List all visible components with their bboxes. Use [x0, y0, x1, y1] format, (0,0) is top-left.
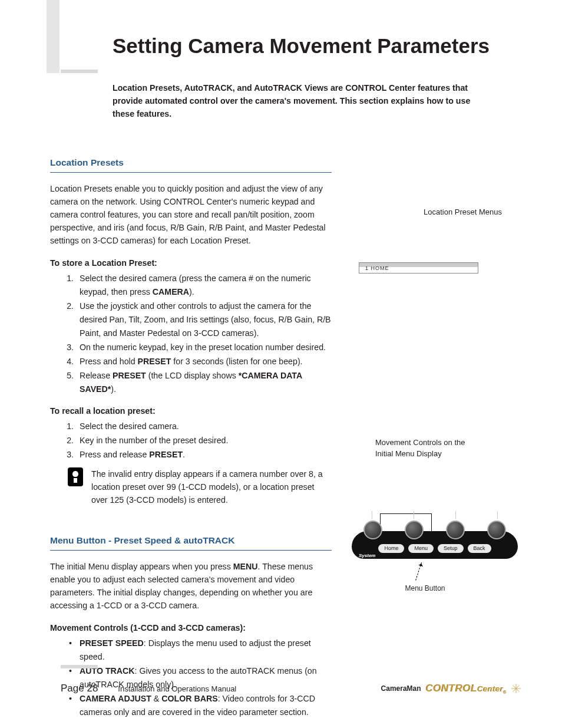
page-number: Page 28: [61, 683, 98, 694]
star-icon: [511, 684, 521, 693]
menu-button-label: Menu Button: [329, 584, 521, 594]
arrow-icon: [415, 562, 422, 581]
caption-movement-controls: Movement Controls on the Initial Menu Di…: [375, 437, 521, 460]
store-step-2: Use the joystick and other controls to a…: [76, 299, 332, 340]
lightbulb-icon: [68, 467, 83, 486]
mc-item-1: PRESET SPEED: Displays the menu used to …: [76, 637, 332, 664]
mc-item-3: CAMERA ADJUST & COLOR BARS: Video contro…: [76, 692, 332, 719]
page-title: Setting Camera Movement Parameters: [113, 34, 521, 58]
logo-control-center: CONTROLCenter®: [426, 683, 507, 694]
device-button-4: [487, 521, 506, 539]
store-step-5: Release PRESET (the LCD display shows *C…: [76, 369, 332, 396]
gutter-shade: [47, 0, 59, 73]
movement-controls-list: PRESET SPEED: Displays the menu used to …: [50, 637, 332, 719]
recall-steps: Select the desired camera. Key in the nu…: [50, 420, 332, 462]
store-step-3: On the numeric keypad, key in the preset…: [76, 341, 332, 354]
device-button-2: [405, 521, 424, 539]
menu-para: The initial Menu display appears when yo…: [50, 560, 332, 612]
rule-top: [61, 70, 98, 73]
rule-bottom: [61, 665, 98, 668]
recall-step-3: Press and release PRESET.: [76, 448, 332, 462]
logo-cameraman: CameraMan: [381, 684, 421, 693]
section-menu-button: Menu Button - Preset Speed & autoTRACK: [50, 533, 332, 551]
pill-back: Back: [468, 544, 491, 553]
pill-setup: Setup: [438, 544, 464, 553]
recall-heading: To recall a location preset:: [50, 404, 332, 417]
intro-text: Location Presets, AutoTRACK, and AutoTRA…: [113, 81, 471, 120]
device-button-1: [363, 521, 382, 539]
movement-controls-heading: Movement Controls (1-CCD and 3-CCD camer…: [50, 621, 332, 634]
footer-title: Installation and Operations Manual: [118, 684, 236, 693]
store-step-4: Press and hold PRESET for 3 seconds (lis…: [76, 355, 332, 368]
pill-home: Home: [378, 544, 404, 553]
note-text: The invalid entry display appears if a c…: [91, 467, 332, 506]
recall-step-1: Select the desired camera.: [76, 420, 332, 433]
lcd-display: 1 HOME: [359, 262, 478, 274]
store-heading: To store a Location Preset:: [50, 256, 332, 269]
system-control-label: SystemControl: [359, 554, 375, 564]
device-button-3: [446, 521, 465, 539]
store-steps: Select the desired camera (press the cam…: [50, 272, 332, 396]
recall-step-2: Key in the number of the preset desired.: [76, 434, 332, 447]
store-step-1: Select the desired camera (press the cam…: [76, 272, 332, 299]
footer-logo: CameraMan CONTROLCenter®: [381, 683, 521, 694]
location-presets-para: Location Presets enable you to quickly p…: [50, 182, 332, 247]
caption-location-preset-menus: Location Preset Menus: [405, 207, 521, 218]
pill-menu: Menu: [408, 544, 434, 553]
section-location-presets: Location Presets: [50, 156, 332, 173]
device-figure: SystemControl Home Menu Setup Back Menu …: [352, 513, 521, 594]
